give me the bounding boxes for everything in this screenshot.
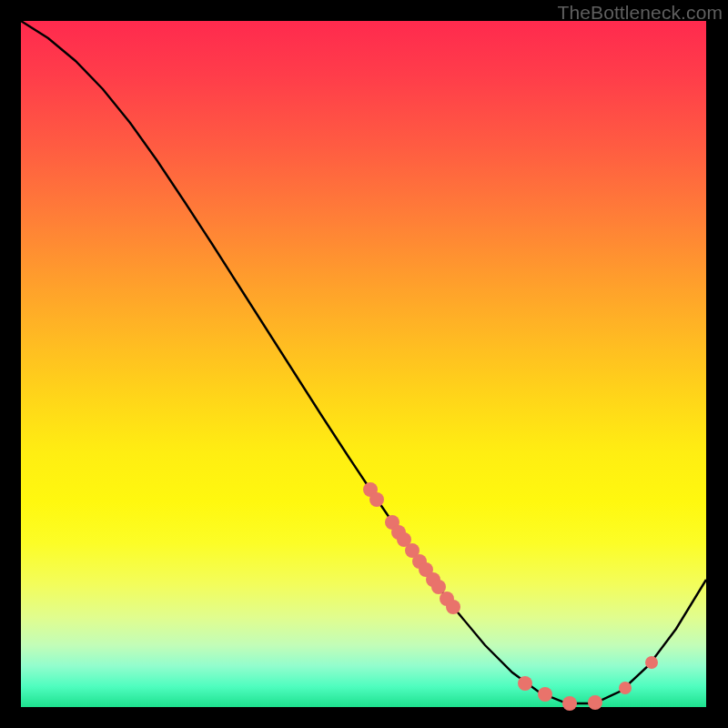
data-marker bbox=[446, 600, 460, 614]
chart-svg bbox=[21, 21, 706, 707]
data-marker bbox=[538, 687, 552, 702]
data-marker bbox=[645, 656, 658, 669]
chart-frame bbox=[21, 21, 706, 707]
marker-layer bbox=[363, 482, 658, 711]
data-marker bbox=[619, 682, 632, 694]
data-marker bbox=[562, 696, 577, 711]
data-marker bbox=[588, 695, 602, 710]
data-marker bbox=[518, 676, 532, 691]
curve-layer bbox=[21, 21, 706, 703]
data-marker bbox=[431, 580, 446, 594]
data-marker bbox=[369, 492, 384, 507]
watermark-label: TheBottleneck.com bbox=[558, 2, 723, 24]
bottleneck-curve bbox=[21, 21, 706, 703]
